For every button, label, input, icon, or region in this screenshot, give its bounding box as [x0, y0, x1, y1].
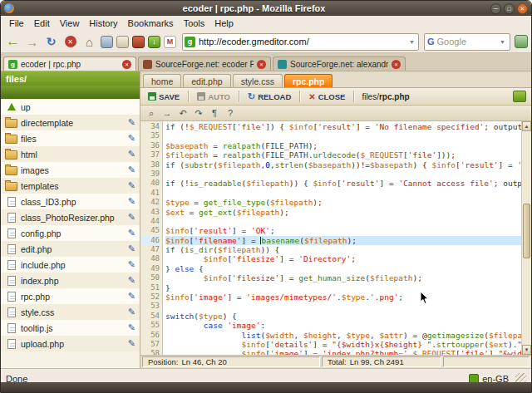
- menu-file[interactable]: File: [4, 17, 29, 30]
- code-line[interactable]: $info['filename'] = basename($filepath);: [165, 236, 521, 245]
- close-icon[interactable]: ✕: [517, 3, 528, 14]
- code-line[interactable]: $info['filesize'] = 'Directory';: [165, 254, 521, 263]
- file-row-index-php[interactable]: index.php✎: [1, 273, 140, 288]
- file-row-up[interactable]: up: [1, 99, 140, 115]
- edit-file-icon[interactable]: ✎: [128, 196, 135, 207]
- edit-file-icon[interactable]: ✎: [128, 307, 135, 317]
- edit-file-icon[interactable]: ✎: [128, 133, 135, 144]
- tab-close-icon[interactable]: ✕: [257, 60, 266, 69]
- code-line[interactable]: } else {: [165, 264, 521, 273]
- code-line[interactable]: $filepath = realpath(FILE_PATH.urldecode…: [165, 150, 521, 160]
- tab-close-icon[interactable]: ✕: [122, 60, 131, 69]
- save-button[interactable]: SAVE: [144, 91, 184, 103]
- browser-tab[interactable]: SourceForge.net: ecoder Proj...✕: [138, 56, 271, 71]
- reload-icon[interactable]: ↻: [42, 32, 60, 51]
- code-line[interactable]: list($width, $height, $type, $attr) = @g…: [165, 331, 521, 340]
- addon-download-icon[interactable]: ↓: [148, 36, 160, 48]
- edit-file-icon[interactable]: ✎: [128, 149, 135, 160]
- code-line[interactable]: if (substr($filepath,0,strlen($basepath)…: [165, 160, 521, 169]
- editor-tab-style-css[interactable]: style.css: [233, 74, 283, 87]
- browser-tab[interactable]: SourceForge.net: alexandria ...✕: [273, 56, 406, 71]
- file-row-config-php[interactable]: config.php✎: [1, 225, 140, 241]
- file-row-images[interactable]: images✎: [1, 162, 140, 178]
- edit-file-icon[interactable]: ✎: [128, 338, 135, 349]
- menu-help[interactable]: Help: [209, 17, 239, 30]
- file-row-style-css[interactable]: style.css✎: [1, 304, 140, 320]
- addon-shield-icon[interactable]: [132, 36, 145, 48]
- file-row-tooltip-js[interactable]: tooltip.js✎: [1, 320, 140, 336]
- edit-file-icon[interactable]: ✎: [128, 212, 135, 223]
- maximize-icon[interactable]: □: [504, 3, 515, 14]
- addon-clock-icon[interactable]: [116, 36, 129, 48]
- edit-file-icon[interactable]: ✎: [128, 117, 135, 128]
- edit-file-icon[interactable]: ✎: [128, 291, 135, 302]
- file-row-edit-php[interactable]: edit.php✎: [1, 241, 140, 257]
- menu-tools[interactable]: Tools: [179, 17, 210, 30]
- menu-bookmarks[interactable]: Bookmarks: [123, 17, 179, 30]
- tab-close-icon[interactable]: ✕: [392, 60, 401, 69]
- code-editor[interactable]: 3435363738394041424344454647484950515253…: [140, 121, 531, 355]
- redo-icon[interactable]: ↷: [192, 107, 205, 119]
- url-text[interactable]: http://ecoder.gmeditor.com/: [199, 37, 407, 47]
- close-file-button[interactable]: ✕ CLOSE: [304, 91, 349, 103]
- help-icon[interactable]: ?: [224, 107, 237, 119]
- edit-file-icon[interactable]: ✎: [128, 165, 135, 175]
- code-line[interactable]: if (!$_REQUEST['file']) { $info['result'…: [165, 122, 521, 131]
- go-button-icon[interactable]: [515, 35, 528, 48]
- search-placeholder[interactable]: Google: [437, 37, 499, 47]
- minimize-icon[interactable]: ─: [490, 3, 501, 14]
- edit-file-icon[interactable]: ✎: [128, 322, 135, 333]
- code-line[interactable]: if (!is_readable($filepath)) { $info['re…: [165, 179, 521, 188]
- editor-tab-edit-php[interactable]: edit.php: [183, 74, 230, 87]
- url-bar[interactable]: g http://ecoder.gmeditor.com/ ▼: [182, 33, 419, 51]
- stop-icon[interactable]: ✕: [62, 32, 79, 51]
- search-box[interactable]: G Google ▼: [424, 33, 510, 51]
- goto-icon[interactable]: →: [160, 107, 174, 119]
- forward-icon[interactable]: →: [23, 32, 41, 51]
- editor-scrollbar[interactable]: ▲ ▼: [521, 121, 531, 355]
- code-line[interactable]: $info['image'] = 'index.php?thumb='.$_RE…: [165, 349, 521, 355]
- file-row-upload-php[interactable]: upload.php✎: [1, 336, 140, 351]
- file-row-directemplate[interactable]: directemplate✎: [1, 115, 140, 130]
- editor-tab-rpc-php[interactable]: rpc.php: [284, 74, 333, 87]
- addon-calendar-icon[interactable]: [101, 36, 113, 48]
- scroll-down-icon[interactable]: ▼: [522, 345, 531, 355]
- edit-file-icon[interactable]: ✎: [128, 275, 135, 286]
- code-line[interactable]: $basepath = realpath(FILE_PATH);: [165, 141, 521, 150]
- wrap-icon[interactable]: ¶: [208, 107, 221, 119]
- code-line[interactable]: $info['details'] = "{$width}x{$height} "…: [165, 340, 521, 349]
- code-line[interactable]: switch($type) {: [165, 312, 521, 321]
- menu-edit[interactable]: Edit: [29, 17, 55, 30]
- file-row-class-photoresizer-php[interactable]: class_PhotoResizer.php✎: [1, 209, 140, 225]
- edit-file-icon[interactable]: ✎: [128, 259, 135, 270]
- addon-gmail-icon[interactable]: M: [164, 36, 176, 48]
- code-line[interactable]: [165, 302, 521, 311]
- scrollbar-thumb[interactable]: [523, 204, 530, 258]
- scroll-up-icon[interactable]: ▲: [522, 121, 531, 131]
- back-icon[interactable]: ←: [4, 32, 22, 51]
- file-row-files[interactable]: files✎: [1, 130, 140, 146]
- file-row-html[interactable]: html✎: [1, 146, 140, 162]
- code-line[interactable]: [165, 189, 521, 198]
- code-line[interactable]: $info['image'] = 'images/mimetypes/'.$ty…: [165, 292, 521, 302]
- code-area[interactable]: if (!$_REQUEST['file']) { $info['result'…: [163, 121, 521, 355]
- code-line[interactable]: $ext = get_ext($filepath);: [165, 208, 521, 217]
- reload-button[interactable]: ↻ RELOAD: [244, 90, 295, 104]
- search-icon[interactable]: ⌕: [145, 107, 158, 119]
- code-line[interactable]: [165, 131, 521, 140]
- code-line[interactable]: if (is_dir($filepath)) {: [165, 245, 521, 254]
- home-icon[interactable]: ⌂: [81, 32, 98, 51]
- file-row-rpc-php[interactable]: rpc.php✎: [1, 288, 140, 304]
- code-line[interactable]: $info['filesize'] = get_human_size($file…: [165, 273, 521, 282]
- menu-history[interactable]: History: [84, 17, 122, 30]
- panel-toggle-icon[interactable]: [513, 91, 526, 102]
- editor-tab-home[interactable]: home: [143, 74, 181, 87]
- auto-button[interactable]: AUTO: [193, 91, 234, 103]
- edit-file-icon[interactable]: ✎: [128, 180, 135, 191]
- edit-file-icon[interactable]: ✎: [128, 228, 135, 238]
- code-line[interactable]: $info['result'] = 'OK';: [165, 226, 521, 235]
- file-row-templates[interactable]: templates✎: [1, 178, 140, 194]
- edit-file-icon[interactable]: ✎: [128, 243, 135, 254]
- browser-tab[interactable]: gecoder | rpc.php✕: [3, 56, 136, 71]
- code-line[interactable]: [165, 217, 521, 226]
